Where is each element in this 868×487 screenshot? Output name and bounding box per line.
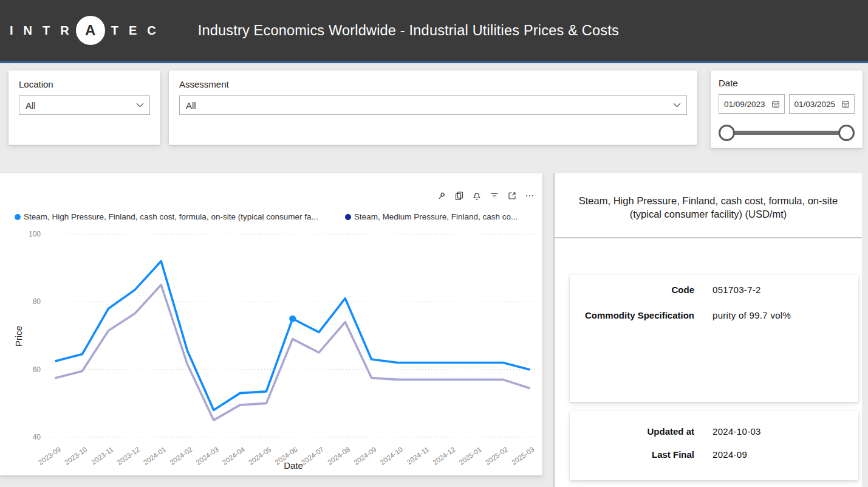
info-row: Last Final2024-09 <box>570 449 858 460</box>
y-axis-title: Price <box>13 326 24 347</box>
series-line-0[interactable] <box>56 261 529 410</box>
y-tick-label: 60 <box>33 365 41 374</box>
date-end-input[interactable]: 01/03/2025 <box>789 94 855 114</box>
x-tick-label: 2025-03 <box>510 446 535 466</box>
x-tick-label: 2023-09 <box>37 446 62 466</box>
location-label: Location <box>19 79 150 89</box>
date-label: Date <box>719 78 855 88</box>
x-tick-label: 2023-10 <box>63 446 88 466</box>
info-row: Commodity Specificationpurity of 99.7 vo… <box>570 310 858 321</box>
calendar-icon[interactable] <box>841 100 850 108</box>
x-axis-title: Date <box>284 460 303 471</box>
x-tick-label: 2023-12 <box>116 446 141 466</box>
info-row: Code051703-7-2 <box>570 285 858 295</box>
logo-circle-a: A <box>76 16 105 45</box>
slider-handle-start[interactable] <box>719 125 735 141</box>
y-tick-label: 80 <box>33 297 41 306</box>
calendar-icon[interactable] <box>771 100 780 108</box>
x-tick-label: 2024-07 <box>300 446 325 466</box>
filter-row: Location All Assessment All Date 01/09/2… <box>0 63 868 148</box>
chart-legend: Steam, High Pressure, Finland, cash cost… <box>0 212 542 224</box>
location-dropdown[interactable]: All <box>19 95 150 115</box>
gridlines <box>46 234 538 437</box>
date-filter-card: Date 01/09/2023 01/03/2025 <box>711 71 863 148</box>
date-range-slider <box>719 120 855 145</box>
assessment-dropdown[interactable]: All <box>179 95 687 115</box>
legend-label: Steam, High Pressure, Finland, cash cost… <box>24 212 318 221</box>
chevron-down-icon <box>673 103 681 108</box>
update-info-card: Updated at2024-10-03Last Final2024-09 <box>570 411 858 480</box>
x-tick-label: 2024-05 <box>247 446 272 466</box>
pin-icon[interactable] <box>436 190 447 201</box>
info-label: Code <box>570 285 694 295</box>
legend-label: Steam, Medium Pressure, Finland, cash co… <box>354 212 518 221</box>
assessment-label: Assessment <box>179 79 687 89</box>
x-tick-label: 2024-10 <box>379 446 404 466</box>
x-tick-label: 2024-04 <box>221 445 247 466</box>
location-dropdown-value: All <box>26 100 36 111</box>
y-tick-label: 40 <box>33 433 41 441</box>
slider-handle-end[interactable] <box>838 125 855 141</box>
x-tick-label: 2024-01 <box>142 446 167 466</box>
y-axis-tick-labels: 406080100 <box>29 230 41 441</box>
x-tick-label: 2025-02 <box>484 446 509 466</box>
location-filter-card: Location All <box>9 71 160 145</box>
logo-text-post: TEC <box>111 24 166 38</box>
app-header: INTRATEC Industry Economics Worldwide - … <box>0 0 868 61</box>
more-options-icon[interactable] <box>524 190 535 201</box>
legend-item[interactable]: Steam, High Pressure, Finland, cash cost… <box>15 212 318 221</box>
focus-mode-icon[interactable] <box>507 190 518 201</box>
legend-dot-icon <box>345 214 351 220</box>
info-value: 2024-09 <box>713 449 747 460</box>
page-title: Industry Economics Worldwide - Industria… <box>198 22 619 39</box>
logo-text-pre: INTR <box>10 24 80 38</box>
date-start-value: 01/09/2023 <box>724 100 765 109</box>
copy-icon[interactable] <box>454 190 465 201</box>
filter-icon[interactable] <box>489 190 500 201</box>
x-tick-label: 2024-02 <box>168 446 193 466</box>
info-row: Updated at2024-10-03 <box>570 426 858 437</box>
alert-icon[interactable] <box>471 190 482 201</box>
legend-item[interactable]: Steam, Medium Pressure, Finland, cash co… <box>345 212 518 221</box>
info-value: purity of 99.7 vol% <box>713 310 791 321</box>
commodity-title: Steam, High Pressure, Finland, cash cost… <box>555 173 862 237</box>
series-lines <box>56 261 529 421</box>
commodity-info-card: Code051703-7-2Commodity Specificationpur… <box>570 275 858 402</box>
x-tick-label: 2023-11 <box>90 446 115 466</box>
info-value: 051703-7-2 <box>713 285 761 295</box>
line-chart-card: Steam, High Pressure, Finland, cash cost… <box>0 173 542 475</box>
series-line-1[interactable] <box>56 285 529 421</box>
chevron-down-icon <box>136 103 144 108</box>
legend-dot-icon <box>15 214 21 220</box>
slider-track <box>726 131 847 135</box>
date-start-input[interactable]: 01/09/2023 <box>719 94 785 114</box>
x-tick-label: 2024-08 <box>326 446 351 466</box>
panel-divider-horizontal <box>555 237 862 238</box>
info-value: 2024-10-03 <box>713 426 761 437</box>
x-tick-label: 2024-12 <box>431 446 456 466</box>
date-end-value: 01/03/2025 <box>795 100 836 109</box>
assessment-dropdown-value: All <box>186 100 196 111</box>
info-label: Commodity Specification <box>570 310 694 321</box>
x-tick-label: 2025-01 <box>457 446 482 466</box>
y-tick-label: 100 <box>29 230 41 238</box>
x-tick-label: 2024-09 <box>352 446 377 466</box>
visual-header-toolbar <box>436 190 535 201</box>
assessment-filter-card: Assessment All <box>169 71 697 145</box>
x-tick-label: 2024-11 <box>406 446 431 466</box>
info-label: Updated at <box>570 426 694 437</box>
info-label: Last Final <box>570 449 694 460</box>
data-point-marker[interactable] <box>289 316 296 322</box>
details-panel: Steam, High Pressure, Finland, cash cost… <box>555 173 862 487</box>
main-content: Steam, High Pressure, Finland, cash cost… <box>0 173 868 487</box>
intratec-logo: INTRATEC <box>10 16 166 45</box>
x-tick-label: 2024-03 <box>194 446 219 466</box>
